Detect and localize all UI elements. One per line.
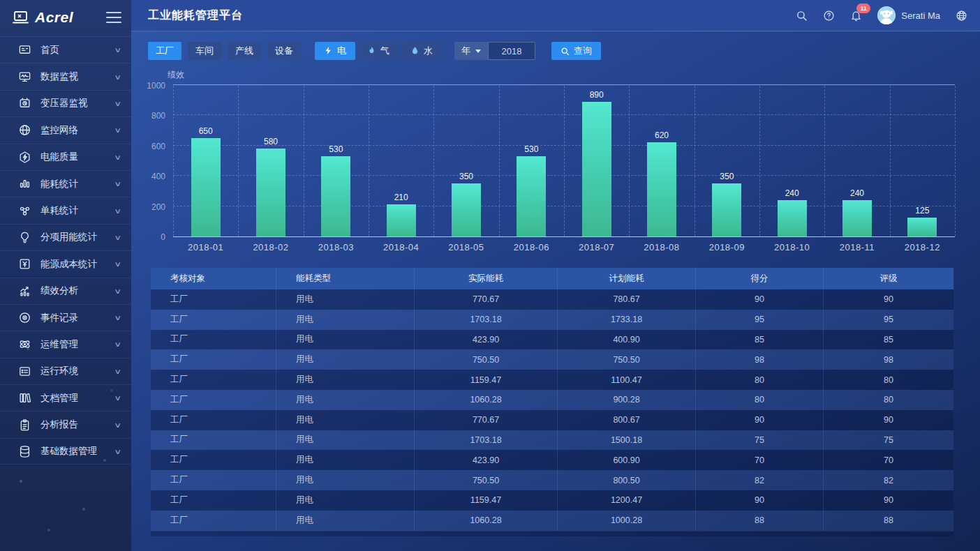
help-icon[interactable] xyxy=(823,10,835,22)
chart-x-axis: 2018-012018-022018-032018-042018-052018-… xyxy=(173,242,955,252)
x-axis-label: 2018-06 xyxy=(499,242,564,252)
table-cell: 工厂 xyxy=(151,511,276,531)
chevron-down-icon: ∨ xyxy=(114,100,121,107)
table-cell: 780.67 xyxy=(557,289,695,310)
gridline-vertical xyxy=(564,86,565,236)
energy-cost-icon xyxy=(18,257,31,271)
chart-title: 绩效 xyxy=(168,69,980,82)
hamburger-icon[interactable] xyxy=(106,12,121,23)
x-axis-label: 2018-05 xyxy=(433,242,498,252)
bell-icon[interactable]: 11 xyxy=(850,10,862,22)
network-icon xyxy=(18,123,31,137)
chevron-down-icon: ∨ xyxy=(114,207,121,215)
table-cell: 用电 xyxy=(276,390,414,410)
chevron-down-icon: ∨ xyxy=(114,421,121,429)
period-control: 年 xyxy=(454,42,535,60)
sidebar-item-6[interactable]: 能耗统计∨ xyxy=(0,170,131,197)
table-cell: 用电 xyxy=(276,450,414,470)
bar-2018-03: 530 xyxy=(321,156,350,236)
table-cell: 85 xyxy=(695,330,823,350)
table-cell: 1060.28 xyxy=(414,511,557,531)
table-row-9: 工厂用电423.90600.907070 xyxy=(151,450,953,470)
level-tab-2[interactable]: 车间 xyxy=(188,42,221,60)
table-cell: 98 xyxy=(695,349,823,370)
level-tab-3[interactable]: 产线 xyxy=(228,42,261,60)
topbar: 工业能耗管理平台 11 Serati Ma xyxy=(131,0,980,31)
notification-badge: 11 xyxy=(856,3,870,13)
chevron-down-icon: ∨ xyxy=(114,153,121,161)
table-row-8: 工厂用电1703.181500.187575 xyxy=(151,430,953,451)
sidebar-item-14[interactable]: 文档管理∨ xyxy=(0,384,131,411)
sidebar-item-16[interactable]: 基础数据管理∨ xyxy=(0,438,131,465)
y-axis-tick: 1000 xyxy=(147,81,165,91)
sidebar-item-1[interactable]: 首页∨ xyxy=(0,36,131,63)
year-input[interactable] xyxy=(488,42,535,60)
table-cell: 80 xyxy=(823,370,953,390)
sidebar-item-8[interactable]: 分项用能统计∨ xyxy=(0,224,131,250)
bar-2018-09: 350 xyxy=(712,183,741,236)
performance-bar-chart: 绩效 02004006008001000 6505805302103505308… xyxy=(131,60,980,252)
sidebar-item-11[interactable]: 事件记录∨ xyxy=(0,304,131,331)
query-button[interactable]: 查询 xyxy=(551,42,601,60)
gridline-vertical xyxy=(824,86,825,236)
table-cell: 85 xyxy=(823,330,953,350)
sidebar-item-5[interactable]: 电能质量∨ xyxy=(0,144,131,170)
table-cell: 400.90 xyxy=(557,330,695,350)
transformer-icon xyxy=(18,97,31,110)
table-cell: 1060.28 xyxy=(414,390,557,410)
table-cell: 工厂 xyxy=(151,310,276,330)
sidebar-item-13[interactable]: 运行环境∨ xyxy=(0,358,131,384)
data-monitor-icon xyxy=(18,70,31,84)
table-cell: 423.90 xyxy=(414,450,557,470)
sidebar-menu: 首页∨数据监视∨变压器监视∨监控网络∨电能质量∨能耗统计∨单耗统计∨分项用能统计… xyxy=(0,36,131,465)
sidebar-item-label: 文档管理 xyxy=(40,392,115,405)
gridline-vertical xyxy=(695,86,695,236)
bar-value-label: 210 xyxy=(394,193,408,202)
power-quality-icon xyxy=(18,151,31,164)
search-icon xyxy=(560,47,570,56)
gridline-vertical xyxy=(890,86,891,236)
table-cell: 82 xyxy=(823,470,953,490)
level-tab-4[interactable]: 设备 xyxy=(267,42,301,60)
table-row-4: 工厂用电750.50750.509898 xyxy=(151,349,953,370)
table-cell: 70 xyxy=(823,450,953,470)
globe-icon[interactable] xyxy=(956,10,967,22)
bar-value-label: 620 xyxy=(655,130,669,140)
y-axis-tick: 0 xyxy=(161,232,165,242)
sidebar-item-15[interactable]: 分析报告∨ xyxy=(0,411,131,437)
sidebar-item-4[interactable]: 监控网络∨ xyxy=(0,116,131,143)
x-axis-label: 2018-04 xyxy=(369,242,433,252)
level-tab-1[interactable]: 工厂 xyxy=(148,42,181,60)
sidebar-item-9[interactable]: 能源成本统计∨ xyxy=(0,250,131,277)
water-drop-icon xyxy=(410,46,420,56)
table-cell: 1000.28 xyxy=(557,511,695,531)
table-cell: 750.50 xyxy=(557,349,695,370)
chevron-down-icon: ∨ xyxy=(114,287,121,295)
sidebar-item-7[interactable]: 单耗统计∨ xyxy=(0,197,131,223)
sidebar-item-3[interactable]: 变压器监视∨ xyxy=(0,90,131,116)
chevron-down-icon xyxy=(475,50,481,53)
search-icon[interactable] xyxy=(796,10,808,22)
table-cell: 用电 xyxy=(276,349,414,370)
user-menu[interactable]: Serati Ma xyxy=(877,6,940,24)
sidebar-item-label: 数据监视 xyxy=(40,70,115,83)
energy-tab-1[interactable]: 电 xyxy=(315,42,355,60)
sidebar-item-label: 基础数据管理 xyxy=(40,445,115,458)
sidebar-item-2[interactable]: 数据监视∨ xyxy=(0,63,131,89)
x-axis-label: 2018-08 xyxy=(629,242,694,252)
sidebar-item-12[interactable]: 运维管理∨ xyxy=(0,331,131,357)
energy-tab-3[interactable]: 水 xyxy=(401,42,442,60)
content: 工厂车间产线设备 电气水 年 查询 绩效 xyxy=(131,31,980,551)
performance-icon xyxy=(18,285,31,298)
query-button-label: 查询 xyxy=(574,45,592,57)
table-cell: 600.90 xyxy=(557,450,695,470)
table-cell: 90 xyxy=(695,490,823,511)
main-area: 工业能耗管理平台 11 Serati Ma xyxy=(131,0,980,551)
table-row-2: 工厂用电1703.181733.189595 xyxy=(151,310,953,330)
sidebar-item-10[interactable]: 绩效分析∨ xyxy=(0,278,131,304)
bar-value-label: 350 xyxy=(720,172,734,181)
energy-tab-2[interactable]: 气 xyxy=(358,42,399,60)
x-axis-label: 2018-10 xyxy=(759,242,824,252)
sidebar-item-label: 分项用能统计 xyxy=(40,231,115,243)
period-dropdown[interactable]: 年 xyxy=(454,42,488,60)
